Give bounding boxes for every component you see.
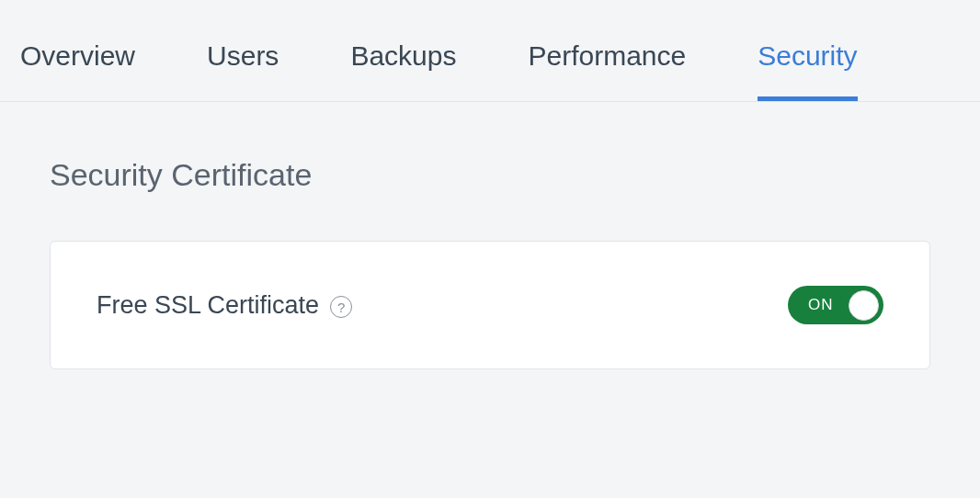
ssl-toggle[interactable]: ON bbox=[788, 286, 883, 324]
toggle-knob bbox=[849, 290, 879, 321]
card-left: Free SSL Certificate ? bbox=[97, 291, 352, 320]
toggle-state-label: ON bbox=[808, 296, 834, 314]
ssl-certificate-card: Free SSL Certificate ? ON bbox=[50, 241, 930, 369]
tabs-container: Overview Users Backups Performance Secur… bbox=[0, 0, 980, 102]
content-area: Security Certificate Free SSL Certificat… bbox=[0, 102, 980, 369]
section-title: Security Certificate bbox=[50, 157, 930, 193]
tab-performance[interactable]: Performance bbox=[528, 40, 686, 101]
help-icon[interactable]: ? bbox=[330, 296, 352, 318]
tab-users[interactable]: Users bbox=[207, 40, 279, 101]
tab-backups[interactable]: Backups bbox=[350, 40, 456, 101]
tab-overview[interactable]: Overview bbox=[20, 40, 135, 101]
tab-security[interactable]: Security bbox=[758, 40, 857, 101]
ssl-certificate-label: Free SSL Certificate bbox=[97, 291, 319, 320]
